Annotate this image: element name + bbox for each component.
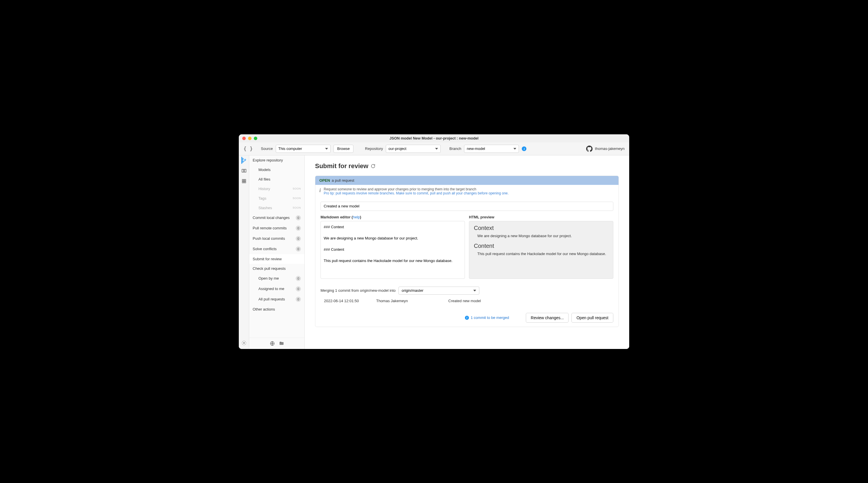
- github-icon: [586, 146, 592, 152]
- main-content: Submit for review OPEN a pull request i …: [305, 155, 629, 349]
- svg-rect-7: [242, 181, 244, 183]
- compare-tab-icon[interactable]: [241, 168, 247, 173]
- sidebar-check[interactable]: Check pull requests: [249, 264, 304, 273]
- open-label: OPEN: [319, 178, 330, 183]
- sidebar-submit[interactable]: Submit for review: [249, 254, 304, 264]
- window-title: JSON model New Model - our-project : new…: [239, 136, 629, 141]
- sidebar-footer: [249, 338, 304, 349]
- refresh-icon[interactable]: [371, 164, 375, 169]
- merge-row: Merging 1 commit from origin/new-model i…: [320, 286, 613, 295]
- sidebar-models[interactable]: Models: [249, 165, 304, 175]
- window-controls: [242, 137, 257, 140]
- info-icon: i: [465, 316, 469, 320]
- review-changes-button[interactable]: Review changes...: [526, 313, 568, 323]
- sidebar-stashes: StashesSOON: [249, 203, 304, 213]
- browse-button[interactable]: Browse: [334, 145, 353, 153]
- commit-message: Created new model: [448, 299, 481, 303]
- sidebar: Explore repository Models All files Hist…: [249, 155, 305, 349]
- panel-info: i Request someone to review and approve …: [315, 185, 619, 198]
- sidebar-tags: TagsSOON: [249, 193, 304, 203]
- open-pr-button[interactable]: Open pull request: [571, 313, 613, 323]
- svg-point-2: [245, 159, 246, 160]
- md-label: Markdown editor (help): [320, 215, 465, 219]
- iconbar: [239, 155, 249, 349]
- grid-tab-icon[interactable]: [241, 179, 247, 184]
- user-area[interactable]: thomas-jakemeyn: [586, 146, 625, 152]
- repository-label: Repository: [365, 147, 383, 151]
- app-body: Explore repository Models All files Hist…: [239, 155, 629, 349]
- pr-panel: OPEN a pull request i Request someone to…: [315, 176, 619, 327]
- folder-icon[interactable]: [279, 341, 284, 346]
- footer-row: i 1 commit to be merged Review changes..…: [320, 313, 613, 323]
- app-window: JSON model New Model - our-project : new…: [239, 134, 629, 349]
- sidebar-pull[interactable]: Pull remote commits0: [249, 223, 304, 234]
- svg-rect-6: [244, 179, 246, 181]
- repository-select[interactable]: our-project: [386, 145, 441, 153]
- info-glyph-icon: i: [319, 188, 321, 193]
- protip-text: Pro tip: pull requests involve remote br…: [324, 191, 508, 195]
- svg-point-9: [243, 342, 245, 343]
- minimize-window-button[interactable]: [248, 137, 251, 140]
- info-icon[interactable]: i: [522, 147, 526, 151]
- help-link[interactable]: help: [353, 215, 360, 219]
- sidebar-explore[interactable]: Explore repository: [249, 155, 304, 165]
- globe-icon[interactable]: [270, 341, 275, 346]
- page-title: Submit for review: [315, 162, 619, 170]
- svg-point-1: [242, 161, 243, 162]
- branch-label: Branch: [449, 147, 461, 151]
- panel-body: Markdown editor (help) ### Context We ar…: [315, 198, 619, 327]
- git-tab-icon[interactable]: [241, 158, 247, 163]
- sidebar-history: HistorySOON: [249, 184, 304, 193]
- app-icon: { }: [243, 146, 253, 152]
- titlebar: JSON model New Model - our-project : new…: [239, 134, 629, 143]
- sidebar-solve[interactable]: Solve conflicts0: [249, 244, 304, 254]
- maximize-window-button[interactable]: [254, 137, 257, 140]
- sidebar-other[interactable]: Other actions: [249, 304, 304, 314]
- source-select[interactable]: This computer: [276, 145, 331, 153]
- panel-header: OPEN a pull request: [315, 176, 619, 185]
- sidebar-allpr[interactable]: All pull requests0: [249, 294, 304, 304]
- sidebar-allfiles[interactable]: All files: [249, 175, 304, 184]
- username: thomas-jakemeyn: [595, 147, 625, 151]
- commit-date: 2022-06-14 12:01:50: [324, 299, 359, 303]
- svg-rect-5: [242, 179, 244, 181]
- commit-row: 2022-06-14 12:01:50 Thomas Jakemeyn Crea…: [320, 295, 613, 307]
- toolbar: { } Source This computer Browse Reposito…: [239, 143, 629, 155]
- svg-rect-4: [244, 169, 246, 172]
- commit-author: Thomas Jakemeyn: [376, 299, 408, 303]
- svg-point-0: [242, 158, 243, 159]
- sidebar-openbyme[interactable]: Open by me0: [249, 273, 304, 284]
- svg-rect-8: [244, 181, 246, 183]
- branch-select[interactable]: new-model: [464, 145, 519, 153]
- merge-target-select[interactable]: origin/master: [399, 286, 479, 295]
- svg-rect-3: [242, 169, 244, 172]
- markdown-editor[interactable]: ### Context We are designing a new Mongo…: [320, 221, 465, 279]
- commits-to-merge: i 1 commit to be merged: [465, 315, 509, 320]
- sidebar-push[interactable]: Push local commits0: [249, 234, 304, 244]
- html-preview: Context We are designing a new Mongo dat…: [469, 221, 613, 279]
- preview-label: HTML preview: [469, 215, 613, 219]
- close-window-button[interactable]: [242, 137, 246, 140]
- sidebar-commit[interactable]: Commit local changes0: [249, 213, 304, 223]
- pr-title-input[interactable]: [320, 202, 613, 211]
- settings-icon[interactable]: [241, 340, 247, 345]
- source-label: Source: [261, 147, 273, 151]
- sidebar-assigned[interactable]: Assigned to me0: [249, 284, 304, 294]
